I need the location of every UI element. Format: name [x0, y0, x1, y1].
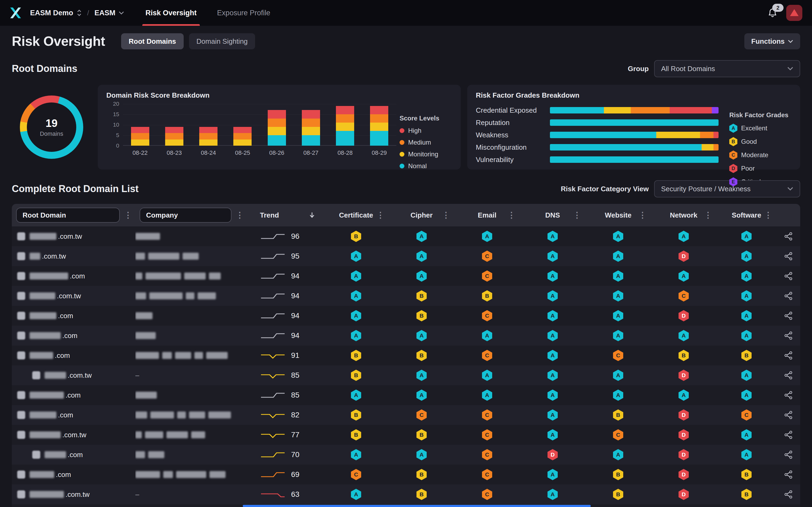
root-domain-header-pill[interactable]: Root Domain	[16, 208, 120, 223]
root-domain-cell: .com	[12, 465, 135, 485]
grade-badge-a: A	[416, 449, 427, 460]
group-label: Group	[628, 65, 649, 73]
domain-suffix: .com	[55, 351, 70, 360]
column-label: Certificate	[339, 211, 373, 219]
table-row[interactable]: .com94ABCAADA	[12, 306, 800, 326]
table-row[interactable]: .com.tw94ABBAACA	[12, 286, 800, 306]
column-menu-icon[interactable]: ⋮	[439, 211, 453, 219]
col-header-website[interactable]: Website⋮	[586, 204, 651, 226]
trend-cell: 69	[247, 465, 323, 485]
redacted-company-name	[135, 411, 147, 418]
factor-bars-chart: Credential ExposedReputationWeaknessMisc…	[476, 105, 792, 191]
company-cell	[135, 226, 247, 246]
col-header-trend[interactable]: Trend	[247, 204, 323, 226]
grade-cell: C	[454, 246, 520, 266]
grade-cell: A	[586, 385, 651, 405]
relation-map-icon[interactable]	[784, 351, 793, 360]
column-menu-icon[interactable]: ⋮	[233, 211, 247, 219]
relation-map-icon[interactable]	[784, 450, 793, 459]
redacted-domain-name	[30, 352, 53, 359]
avatar-image	[786, 5, 802, 21]
category-view-select[interactable]: Security Posture / Weakness	[654, 180, 800, 198]
col-header-cipher[interactable]: Cipher⋮	[389, 204, 454, 226]
company-header-pill[interactable]: Company	[140, 208, 232, 223]
table-row[interactable]: .com85AAAAAAA	[12, 385, 800, 405]
table-row[interactable]: .com.tw–63ABCABDB	[12, 485, 800, 504]
col-header-root-domain: Root Domain ⋮	[12, 204, 135, 226]
column-menu-icon[interactable]: ⋮	[761, 211, 775, 219]
grade-badge-a: A	[678, 270, 689, 282]
notifications-button[interactable]: 2	[767, 7, 778, 18]
workspace-switcher[interactable]: EASM	[95, 9, 124, 17]
redacted-company-name	[184, 273, 206, 280]
table-row[interactable]: .com.tw–85BAAAADA	[12, 365, 800, 385]
col-header-certificate[interactable]: Certificate⋮	[323, 204, 389, 226]
table-row[interactable]: .com.tw77BBCACDA	[12, 425, 800, 445]
grade-cell: A	[323, 286, 389, 306]
col-header-network[interactable]: Network⋮	[651, 204, 716, 226]
relation-map-icon[interactable]	[784, 371, 793, 380]
toggle-root-domains[interactable]: Root Domains	[121, 33, 184, 49]
functions-button[interactable]: Functions	[744, 33, 800, 49]
col-header-email[interactable]: Email⋮	[454, 204, 520, 226]
app-logo[interactable]	[7, 5, 23, 21]
trend-sparkline	[260, 231, 286, 241]
trend-sparkline	[260, 351, 286, 360]
user-avatar[interactable]	[786, 5, 802, 21]
relation-map-icon[interactable]	[784, 292, 793, 300]
column-menu-icon[interactable]: ⋮	[373, 211, 388, 219]
sort-desc-icon[interactable]	[309, 212, 315, 218]
relation-map-icon[interactable]	[784, 272, 793, 280]
table-row[interactable]: .com82BCCABDC	[12, 405, 800, 425]
redacted-company-name	[177, 411, 186, 418]
bar-segment	[302, 119, 320, 127]
table-row[interactable]: .com.tw96BAAAAAA	[12, 226, 800, 246]
chevron-down-icon	[787, 187, 793, 191]
group-select[interactable]: All Root Domains	[654, 60, 800, 77]
relation-map-icon[interactable]	[784, 232, 793, 241]
table-row[interactable]: .com94AAAAAAA	[12, 326, 800, 345]
grade-badge-a: A	[351, 489, 361, 500]
relation-map-icon[interactable]	[784, 411, 793, 419]
col-header-dns[interactable]: DNS⋮	[520, 204, 586, 226]
col-header-software[interactable]: Software⋮	[716, 204, 776, 226]
toggle-domain-sighting[interactable]: Domain Sighting	[189, 33, 255, 49]
redacted-company-name	[198, 292, 216, 299]
tab-risk-oversight[interactable]: Risk Oversight	[146, 0, 197, 26]
grade-cell: B	[586, 504, 651, 507]
table-row[interactable]: .com91BBCACBB	[12, 345, 800, 365]
trend-cell: 94	[247, 286, 323, 306]
x-axis-label: 08-22	[130, 150, 151, 156]
trend-sparkline	[260, 331, 286, 340]
tab-exposure-profile[interactable]: Exposure Profile	[217, 0, 270, 26]
table-row[interactable]: .com.tw95AACAADA	[12, 246, 800, 266]
column-menu-icon[interactable]: ⋮	[635, 211, 650, 219]
org-switcher[interactable]: EASM Demo	[30, 9, 82, 17]
factor-bar-segment	[631, 107, 669, 113]
relation-map-icon[interactable]	[784, 391, 793, 399]
bar-segment	[302, 110, 320, 118]
trend-cell: 63	[247, 485, 323, 504]
table-row[interactable]: .com69CBCABDB	[12, 465, 800, 485]
grade-badge-a: A	[742, 231, 752, 242]
relation-map-icon[interactable]	[784, 331, 793, 340]
root-domain-cell: .com	[12, 326, 135, 345]
table-row[interactable]: .com70AACDADA	[12, 445, 800, 465]
column-menu-icon[interactable]: ⋮	[121, 211, 135, 219]
column-menu-icon[interactable]: ⋮	[504, 211, 519, 219]
trend-sparkline	[260, 311, 286, 321]
column-menu-icon[interactable]: ⋮	[701, 211, 715, 219]
horizontal-scrollbar-thumb[interactable]	[243, 505, 591, 507]
table-row[interactable]: .com94AACAAAA	[12, 266, 800, 286]
relation-map-icon[interactable]	[784, 431, 793, 439]
grade-cell: B	[716, 504, 776, 507]
grade-cell: C	[716, 405, 776, 425]
stacked-bar	[336, 106, 354, 146]
relation-map-icon[interactable]	[784, 470, 793, 479]
grade-badge-c: C	[482, 429, 492, 441]
relation-map-icon[interactable]	[784, 312, 793, 320]
relation-map-icon[interactable]	[784, 252, 793, 261]
relation-map-icon[interactable]	[784, 490, 793, 499]
column-menu-icon[interactable]: ⋮	[570, 211, 584, 219]
y-axis-tick: 15	[113, 111, 119, 117]
